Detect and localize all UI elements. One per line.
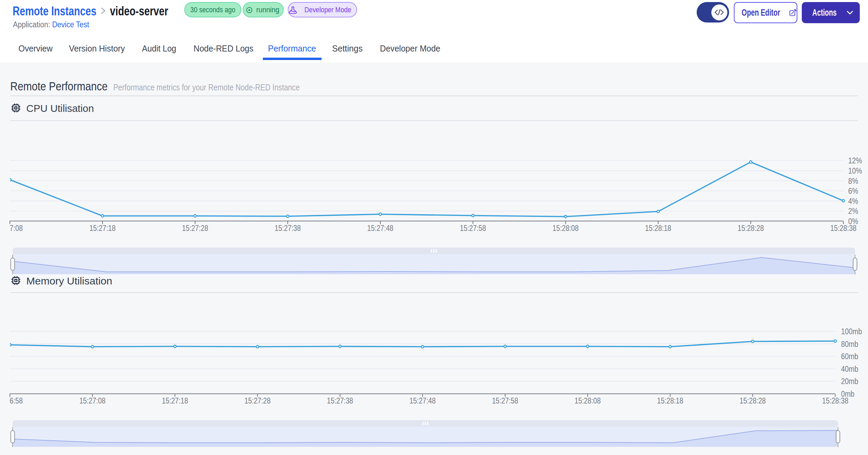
svg-text:15:28:18: 15:28:18 <box>645 224 671 233</box>
svg-text:8%: 8% <box>848 177 858 186</box>
svg-text:10%: 10% <box>848 166 862 175</box>
svg-text:80mb: 80mb <box>841 340 858 349</box>
svg-text:6%: 6% <box>848 187 858 195</box>
svg-text:15:27:28: 15:27:28 <box>182 224 208 233</box>
svg-text:12%: 12% <box>848 156 862 165</box>
svg-text:6:58: 6:58 <box>10 396 23 405</box>
svg-text:60mb: 60mb <box>841 352 858 361</box>
svg-text:15:28:28: 15:28:28 <box>740 396 766 405</box>
svg-text:15:28:08: 15:28:08 <box>553 224 579 233</box>
svg-text:15:27:58: 15:27:58 <box>460 224 486 233</box>
svg-text:15:28:28: 15:28:28 <box>738 224 764 233</box>
svg-text:15:28:38: 15:28:38 <box>830 224 856 233</box>
svg-text:15:27:48: 15:27:48 <box>410 396 436 405</box>
svg-text:15:27:08: 15:27:08 <box>79 396 105 405</box>
svg-text:15:28:18: 15:28:18 <box>657 396 683 405</box>
svg-text:15:27:48: 15:27:48 <box>367 224 394 233</box>
svg-text:15:27:18: 15:27:18 <box>162 396 188 405</box>
svg-text:2%: 2% <box>848 207 858 216</box>
svg-text:15:27:28: 15:27:28 <box>244 396 271 405</box>
svg-text:15:27:18: 15:27:18 <box>89 224 116 233</box>
svg-text:40mb: 40mb <box>841 365 858 373</box>
svg-text:15:27:38: 15:27:38 <box>327 396 353 405</box>
svg-text:100mb: 100mb <box>841 327 862 336</box>
svg-text:15:28:38: 15:28:38 <box>822 396 849 405</box>
svg-text:15:27:58: 15:27:58 <box>492 396 518 405</box>
svg-text:7:08: 7:08 <box>10 224 23 233</box>
svg-text:4%: 4% <box>848 197 858 206</box>
svg-text:20mb: 20mb <box>841 377 858 386</box>
svg-text:15:28:08: 15:28:08 <box>574 396 601 405</box>
svg-text:15:27:38: 15:27:38 <box>275 224 301 233</box>
